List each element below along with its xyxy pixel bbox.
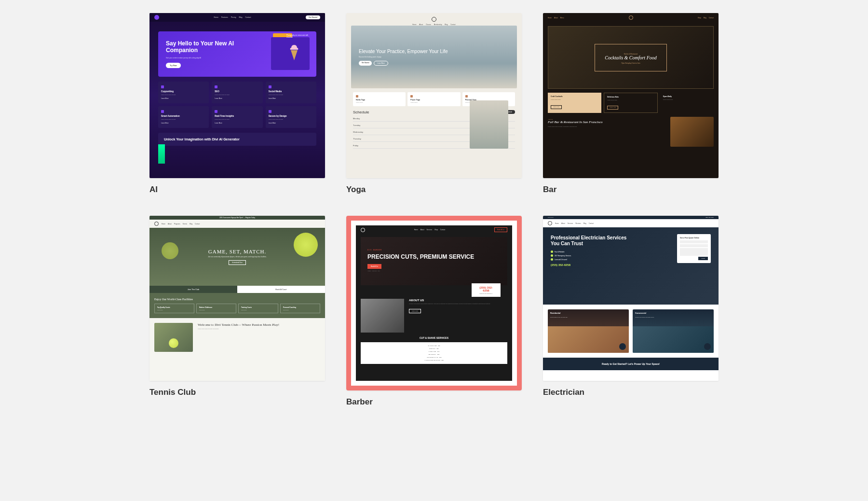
check-icon <box>551 254 553 257</box>
tennis-ball-icon <box>169 338 178 348</box>
template-title: Yoga <box>346 185 522 195</box>
preview-side-image <box>470 100 508 149</box>
preview-cta: Get Started <box>306 15 320 19</box>
preview-hero-btn: Try Now <box>166 63 181 68</box>
preview-contact-card: (255) 352-6258 123 Divi St, San Francisc… <box>472 283 501 297</box>
template-thumbnail[interactable]: HomeFeatures PricingBlog Contact Get Sta… <box>149 13 325 178</box>
preview-about-image <box>361 299 404 333</box>
preview-hero-title: PRECISION CUTS, PREMIUM SERVICE <box>367 254 501 260</box>
logo-icon <box>361 228 365 232</box>
preview-section-title: Full Bar & Restaurant In San Francisco <box>548 120 665 124</box>
logo-icon <box>154 15 159 20</box>
logo-icon <box>629 15 633 20</box>
preview-phone: (255) 352-6258 <box>551 264 711 266</box>
template-gallery: HomeFeatures PricingBlog Contact Get Sta… <box>149 13 719 407</box>
preview-hero-title: Say Hello to Your New AI Companion <box>166 40 244 54</box>
template-thumbnail[interactable]: HomeAbout Menu ShopBlog Contact Kitchen … <box>543 13 719 178</box>
preview-announcement: 2025 Tournament Signups Are Open! — Regi… <box>149 216 325 220</box>
preview-hero-title: Elevate Your Practice, Empower Your Life <box>359 48 517 55</box>
template-card-yoga[interactable]: HomeAbout ClassesMembership BlogContact … <box>346 13 522 195</box>
template-title: Barber <box>346 397 522 407</box>
logo-icon <box>154 222 159 226</box>
logo-icon <box>432 17 436 22</box>
preview-caption: Photography, ice cream cone with chocola… <box>286 34 311 38</box>
template-title: Electrician <box>543 388 719 397</box>
ice-cream-icon <box>288 44 300 61</box>
preview-hero-title: Cocktails & Comfort Food <box>605 55 657 60</box>
arrow-icon <box>704 343 711 350</box>
template-card-tennis[interactable]: 2025 Tournament Signups Are Open! — Regi… <box>149 216 325 407</box>
preview-bottom-title: Unlock Your Imagination with Divi AI Gen… <box>164 138 311 141</box>
preview-nav: HomeAbout ServicesReviews BlogContact <box>555 223 594 224</box>
logo-icon <box>548 221 552 225</box>
preview-hero-title: GAME, SET, MATCH. <box>208 249 266 254</box>
arrow-icon <box>619 343 626 350</box>
preview-form: Get a Free Quote Online Submit <box>677 234 711 263</box>
preview-hero-sub: Discover the healing power of yoga <box>359 56 517 58</box>
preview-hero-title: Professional Electrician Services You Ca… <box>551 235 631 247</box>
preview-hero-sub: Start your content creation journey with… <box>166 57 244 59</box>
preview-nav: HomeFeatures PricingBlog Contact <box>214 16 251 18</box>
preview-nav: HomeAbout ServicesShop Contact <box>414 229 446 231</box>
template-title: Bar <box>543 185 719 195</box>
template-title: Tennis Club <box>149 388 325 397</box>
preview-bottom-image <box>154 323 193 352</box>
template-title: AI <box>149 185 325 195</box>
template-card-ai[interactable]: HomeFeatures PricingBlog Contact Get Sta… <box>149 13 325 195</box>
template-thumbnail[interactable]: CALL 24/7 (255) 352-6258 HomeAbout Servi… <box>543 216 719 381</box>
accent-stripe <box>158 144 165 164</box>
template-card-barber[interactable]: HomeAbout ServicesShop Contact Book A Cu… <box>346 216 522 407</box>
preview-section-image <box>670 117 714 147</box>
template-thumbnail[interactable]: HomeAbout ClassesMembership BlogContact … <box>346 13 522 178</box>
template-card-bar[interactable]: HomeAbout Menu ShopBlog Contact Kitchen … <box>543 13 719 195</box>
template-thumbnail[interactable]: 2025 Tournament Signups Are Open! — Regi… <box>149 216 325 381</box>
template-thumbnail-selected[interactable]: HomeAbout ServicesShop Contact Book A Cu… <box>346 216 522 390</box>
check-icon <box>551 258 553 261</box>
template-card-electrician[interactable]: CALL 24/7 (255) 352-6258 HomeAbout Servi… <box>543 216 719 407</box>
check-icon <box>551 250 553 253</box>
preview-nav: HomeAbout ProgramsEvents BlogContact <box>162 223 200 225</box>
preview-nav: HomeAbout Menu <box>548 17 564 19</box>
